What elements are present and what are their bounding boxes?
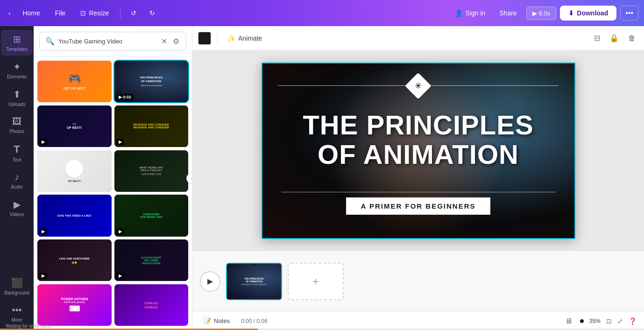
plus-icon: +: [312, 275, 319, 288]
photos-icon: 🖼: [12, 116, 21, 127]
help-button[interactable]: ❓: [629, 317, 637, 325]
play-badge-7: ▶: [39, 228, 47, 235]
color-swatch[interactable]: [198, 32, 211, 45]
sidebar-item-uploads[interactable]: ⬆ Uploads: [1, 85, 33, 111]
undo-icon: ↺: [131, 9, 136, 17]
text-icon: T: [14, 143, 20, 155]
redo-button[interactable]: ↻: [145, 7, 160, 20]
play-button[interactable]: ▶ 6.0s: [526, 7, 557, 20]
slide-title-line1: THE PRINCIPLES: [303, 110, 533, 140]
clear-search-button[interactable]: ✕: [160, 36, 168, 47]
filter-toolbar-button[interactable]: ⊟: [591, 31, 603, 45]
sidebar-item-videos[interactable]: ▶ Videos: [1, 195, 33, 221]
template-card-12[interactable]: CHAOSFORCE: [114, 284, 189, 326]
chevron-left-icon: ‹: [191, 176, 192, 181]
screen-view-button[interactable]: 🖥: [563, 315, 574, 327]
bottom-ornament-line: [281, 192, 556, 192]
background-icon: ⬛: [11, 277, 23, 288]
sidebar-item-background-label: Background: [4, 290, 29, 295]
canvas-viewport[interactable]: ✳ THE PRINCIPLES OF ANIMATION A PRIMER F…: [192, 50, 644, 251]
sidebar-item-text-label: Text: [13, 157, 21, 162]
videos-icon: ▶: [14, 199, 21, 210]
sidebar-item-photos[interactable]: 🖼 Photos: [1, 112, 33, 138]
play-badge-3: ▶: [39, 139, 47, 145]
template-card-11[interactable]: POWER ANTHEM battle tank gaming ⌨: [37, 284, 112, 326]
template-card-6[interactable]: WANT MORE ARTTIPS & TRICKS? SUBSCRIBE NO…: [114, 150, 189, 192]
template-card-4[interactable]: REVENGE AND CONQUERREVENGE AND CONQUER ▶: [114, 105, 189, 147]
grid-view-button[interactable]: ⊡: [606, 317, 612, 325]
audio-icon: ♪: [14, 172, 19, 183]
timeline-slide-1[interactable]: THE PRINCIPLESOF ANIMATIONA PRIMER FOR B…: [226, 263, 282, 300]
lock-toolbar-button[interactable]: 🔒: [607, 31, 622, 45]
sidebar-item-text[interactable]: T Text: [1, 140, 33, 166]
template-card-5[interactable]: UP NEXT!: [37, 150, 112, 192]
share-button[interactable]: Share: [494, 7, 522, 20]
more-options-button[interactable]: •••: [620, 6, 638, 21]
template-thumb-6: WANT MORE ARTTIPS & TRICKS? SUBSCRIBE NO…: [114, 150, 189, 192]
sidebar-item-templates[interactable]: ⊞ Templates: [1, 30, 33, 56]
play-icon: ▶: [532, 10, 537, 17]
download-icon: ⬇: [568, 9, 574, 17]
template-thumb-8: SUBSCRIBEFOR MORE TIPS ▶: [114, 195, 189, 236]
template-thumb-12: CHAOSFORCE: [114, 284, 189, 326]
back-button[interactable]: ‹: [6, 8, 13, 19]
template-card-1[interactable]: 🎮 GET OR NEXT: [37, 61, 112, 102]
status-right: 🖥 35% ⊡ ⤢ ❓: [563, 315, 637, 327]
template-card-9[interactable]: LIKE AND SUBSCRIBE 👍🔔 ▶: [37, 239, 112, 281]
undo-button[interactable]: ↺: [126, 7, 141, 20]
timeline-play-button[interactable]: ▶: [200, 271, 220, 292]
template-thumb-10: 10 HACKS EVERYPRO GAMERSHOULD KNOW ▶: [114, 239, 189, 281]
ornament-line-right: [428, 85, 559, 86]
lock-icon: 🔒: [609, 34, 619, 42]
sign-in-button[interactable]: 👤 Sign in: [450, 7, 490, 20]
toolbar-divider: [217, 33, 217, 44]
slide-subtitle-text: A PRIMER FOR BEGINNERS: [361, 202, 476, 210]
top-navigation: ‹ Home File ⊡ Resize ↺ ↻ 👤 Sign in Share…: [0, 0, 644, 26]
template-card-8[interactable]: SUBSCRIBEFOR MORE TIPS ▶: [114, 195, 189, 236]
zoom-dot: [580, 319, 584, 323]
template-card-2[interactable]: THE PRINCIPLESOF ANIMATION TIMER FOR BEG…: [114, 61, 189, 102]
slide-title-line2: OF ANIMATION: [318, 139, 519, 169]
animate-sparkle-icon: ✨: [227, 35, 235, 42]
animate-button[interactable]: ✨ Animate: [223, 32, 267, 45]
delete-toolbar-button[interactable]: 🗑: [625, 31, 638, 45]
left-sidebar: ⊞ Templates ✦ Elements ⬆ Uploads 🖼 Photo…: [0, 26, 34, 330]
timeline-area: ▶ THE PRINCIPLESOF ANIMATIONA PRIMER FOR…: [192, 251, 644, 311]
toolbar-right: ⊟ 🔒 🗑: [591, 31, 638, 45]
sidebar-item-audio-label: Audio: [11, 184, 23, 190]
template-card-10[interactable]: 10 HACKS EVERYPRO GAMERSHOULD KNOW ▶: [114, 239, 189, 281]
search-input[interactable]: [58, 38, 156, 45]
slide-subtitle-bar[interactable]: A PRIMER FOR BEGINNERS: [346, 197, 491, 215]
play-badge-10: ▶: [116, 273, 124, 279]
user-icon: 👤: [455, 9, 463, 17]
template-card-7[interactable]: GIVE THIS VIDEO A LIKE! ▶: [37, 195, 112, 236]
notes-label: Notes: [214, 317, 230, 324]
template-thumb-7: GIVE THIS VIDEO A LIKE! ▶: [37, 195, 112, 236]
fullscreen-button[interactable]: ⤢: [617, 317, 623, 325]
sidebar-item-elements[interactable]: ✦ Elements: [1, 57, 33, 83]
sidebar-item-audio[interactable]: ♪ Audio: [1, 168, 33, 193]
screen-icon: 🖥: [565, 317, 573, 325]
notes-button[interactable]: 📝 Notes: [200, 316, 234, 326]
download-button[interactable]: ⬇ Download: [560, 6, 616, 21]
template-thumb-2: THE PRINCIPLESOF ANIMATION TIMER FOR BEG…: [114, 61, 189, 102]
slide-title[interactable]: THE PRINCIPLES OF ANIMATION: [303, 110, 533, 170]
ornament-line-left: [278, 85, 409, 86]
download-label: Download: [577, 9, 608, 17]
sidebar-item-more-label: More: [12, 317, 22, 323]
template-card-3[interactable]: TF UP NEXT! ▶: [37, 105, 112, 147]
file-button[interactable]: File: [50, 7, 71, 20]
notes-icon: 📝: [204, 317, 211, 324]
filter-button[interactable]: ⚙: [172, 36, 180, 47]
resize-icon: ⊡: [80, 9, 86, 17]
sidebar-item-more[interactable]: ••• More: [1, 301, 33, 326]
canvas-slide[interactable]: ✳ THE PRINCIPLES OF ANIMATION A PRIMER F…: [262, 63, 575, 239]
resize-button[interactable]: ⊡ Resize: [75, 7, 114, 20]
sidebar-item-background[interactable]: ⬛ Background: [1, 274, 33, 299]
templates-panel: 🔍 ✕ ⚙ 🎮 GET OR NEXT THE: [34, 26, 192, 330]
add-slide-button[interactable]: +: [288, 263, 344, 300]
home-button[interactable]: Home: [17, 7, 45, 20]
template-thumb-3: TF UP NEXT! ▶: [37, 105, 112, 147]
timeline-content: ▶ THE PRINCIPLESOF ANIMATIONA PRIMER FOR…: [192, 251, 644, 311]
more-sidebar-icon: •••: [12, 305, 21, 316]
